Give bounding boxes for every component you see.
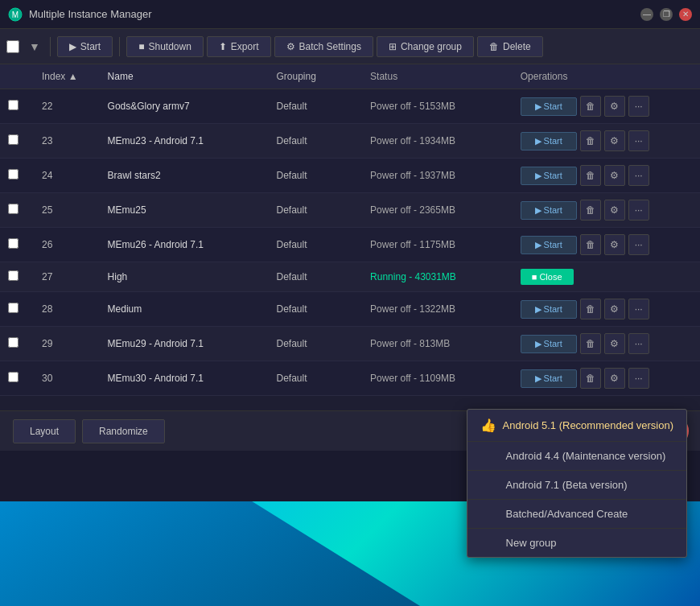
start-instance-button[interactable]: ▶ Start xyxy=(521,335,577,353)
row-checkbox[interactable] xyxy=(8,337,19,348)
more-instance-button[interactable]: ··· xyxy=(628,130,649,151)
row-name: Gods&Glory armv7 xyxy=(100,89,269,124)
settings-instance-button[interactable]: ⚙ xyxy=(604,333,625,354)
new-dropdown-menu: 👍 Android 5.1 (Recommended version) Andr… xyxy=(467,409,687,558)
row-checkbox[interactable] xyxy=(8,204,19,214)
row-index: 24 xyxy=(34,159,100,193)
row-index: 22 xyxy=(34,89,100,124)
layout-button[interactable]: Layout xyxy=(13,419,76,443)
change-group-button[interactable]: ⊞ Change group xyxy=(377,36,474,57)
settings-instance-button[interactable]: ⚙ xyxy=(604,200,625,221)
delete-button[interactable]: 🗑 Delete xyxy=(477,36,543,57)
row-status: Power off - 1322MB xyxy=(362,292,513,327)
row-status: Power off - 1175MB xyxy=(362,228,513,262)
more-instance-button[interactable]: ··· xyxy=(628,200,649,221)
table-row: 24 Brawl stars2 Default Power off - 1937… xyxy=(0,159,700,193)
start-instance-button[interactable]: ▶ Start xyxy=(521,167,577,185)
close-button[interactable]: ✕ xyxy=(679,8,692,21)
col-header-grouping[interactable]: Grouping xyxy=(269,64,363,89)
col-header-name[interactable]: Name xyxy=(100,64,269,89)
row-checkbox[interactable] xyxy=(8,270,19,281)
more-instance-button[interactable]: ··· xyxy=(628,299,649,319)
dropdown-item-label: New group xyxy=(506,537,557,549)
delete-instance-button[interactable]: 🗑 xyxy=(580,299,601,319)
start-instance-button[interactable]: ▶ Start xyxy=(521,201,577,220)
delete-instance-button[interactable]: 🗑 xyxy=(580,234,601,255)
row-checkbox-cell xyxy=(0,193,34,228)
row-index: 26 xyxy=(34,228,100,262)
more-instance-button[interactable]: ··· xyxy=(628,165,649,186)
row-checkbox[interactable] xyxy=(8,169,19,179)
dropdown-item[interactable]: New group xyxy=(467,529,686,557)
row-checkbox-cell xyxy=(0,89,34,124)
settings-instance-button[interactable]: ⚙ xyxy=(604,234,625,255)
settings-instance-button[interactable]: ⚙ xyxy=(604,299,625,319)
export-button[interactable]: ⬆ Export xyxy=(207,36,271,57)
row-checkbox[interactable] xyxy=(8,372,19,382)
start-instance-button[interactable]: ▶ Start xyxy=(521,97,577,116)
app-logo: M xyxy=(8,7,23,22)
col-header-checkbox xyxy=(0,64,34,89)
dropdown-item[interactable]: Android 4.4 (Maintenance version) xyxy=(467,442,686,471)
row-grouping: Default xyxy=(269,228,363,262)
row-checkbox[interactable] xyxy=(8,303,19,313)
row-name: High xyxy=(100,262,269,292)
row-status: Power off - 1937MB xyxy=(362,159,513,193)
settings-instance-button[interactable]: ⚙ xyxy=(604,96,625,117)
start-instance-button[interactable]: ▶ Start xyxy=(521,369,577,388)
minimize-button[interactable]: — xyxy=(640,8,653,21)
start-instance-button[interactable]: ▶ Start xyxy=(521,300,577,319)
batch-settings-button[interactable]: ⚙ Batch Settings xyxy=(274,36,373,57)
dropdown-item[interactable]: Batched/Advanced Create xyxy=(467,500,686,529)
col-header-status[interactable]: Status xyxy=(362,64,513,89)
row-name: MEmu29 - Android 7.1 xyxy=(100,327,269,361)
start-button[interactable]: ▶ Start xyxy=(57,36,113,57)
col-header-index[interactable]: Index ▲ xyxy=(34,64,100,89)
delete-instance-button[interactable]: 🗑 xyxy=(580,333,601,354)
table-row: 26 MEmu26 - Android 7.1 Default Power of… xyxy=(0,228,700,262)
row-operations: ▶ Start 🗑 ⚙ ··· xyxy=(513,228,700,262)
dropdown-item-label: Android 4.4 (Maintenance version) xyxy=(506,450,666,462)
row-checkbox[interactable] xyxy=(8,134,19,145)
start-instance-button[interactable]: ▶ Start xyxy=(521,132,577,150)
row-checkbox[interactable] xyxy=(8,100,19,110)
start-instance-button[interactable]: ▶ Start xyxy=(521,236,577,254)
settings-instance-button[interactable]: ⚙ xyxy=(604,130,625,151)
row-checkbox-cell xyxy=(0,361,34,396)
row-checkbox-cell xyxy=(0,292,34,327)
ops-container: ▶ Start 🗑 ⚙ ··· xyxy=(521,368,692,389)
more-instance-button[interactable]: ··· xyxy=(628,368,649,389)
ops-container: ■ Close xyxy=(521,269,692,285)
dropdown-item[interactable]: 👍 Android 5.1 (Recommended version) xyxy=(467,410,686,442)
row-checkbox-cell xyxy=(0,228,34,262)
dropdown-item[interactable]: Android 7.1 (Beta version) xyxy=(467,471,686,500)
shutdown-button[interactable]: ■ Shutdown xyxy=(126,36,204,57)
delete-instance-button[interactable]: 🗑 xyxy=(580,96,601,117)
settings-instance-button[interactable]: ⚙ xyxy=(604,165,625,186)
ops-container: ▶ Start 🗑 ⚙ ··· xyxy=(521,200,692,221)
filter-icon[interactable]: ▼ xyxy=(26,37,43,56)
row-name: MEmu30 - Android 7.1 xyxy=(100,361,269,396)
toolbar: ▼ ▶ Start ■ Shutdown ⬆ Export ⚙ Batch Se… xyxy=(0,29,700,64)
ops-container: ▶ Start 🗑 ⚙ ··· xyxy=(521,130,692,151)
dropdown-item-label: Batched/Advanced Create xyxy=(506,508,628,520)
more-instance-button[interactable]: ··· xyxy=(628,333,649,354)
settings-icon: ⚙ xyxy=(286,41,295,52)
select-all-checkbox[interactable] xyxy=(6,40,19,53)
toolbar-separator-2 xyxy=(119,37,120,56)
more-instance-button[interactable]: ··· xyxy=(628,234,649,255)
delete-instance-button[interactable]: 🗑 xyxy=(580,368,601,389)
instance-table-container: Index ▲ Name Grouping Status Operations … xyxy=(0,64,700,410)
row-grouping: Default xyxy=(269,292,363,327)
row-checkbox[interactable] xyxy=(8,238,19,249)
close-instance-button[interactable]: ■ Close xyxy=(521,269,574,285)
settings-instance-button[interactable]: ⚙ xyxy=(604,368,625,389)
more-instance-button[interactable]: ··· xyxy=(628,96,649,117)
delete-instance-button[interactable]: 🗑 xyxy=(580,200,601,221)
delete-instance-button[interactable]: 🗑 xyxy=(580,130,601,151)
maximize-button[interactable]: ❐ xyxy=(660,8,673,21)
dropdown-item-icon: 👍 xyxy=(480,418,496,433)
delete-instance-button[interactable]: 🗑 xyxy=(580,165,601,186)
row-name: Brawl stars2 xyxy=(100,159,269,193)
randomize-button[interactable]: Randomize xyxy=(82,419,165,443)
